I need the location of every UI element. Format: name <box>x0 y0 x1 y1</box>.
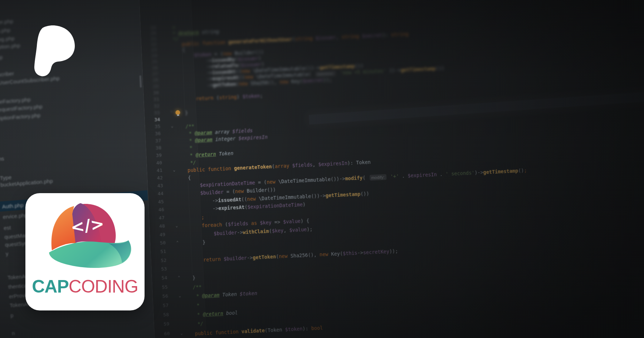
code-token-pln: -> <box>237 229 243 235</box>
fold-expand-icon[interactable]: ⌄ <box>174 223 179 228</box>
line-number: 23 <box>145 47 157 53</box>
code-token-cls: \DateTimeImmutable <box>278 176 331 185</box>
code-token-dtag: @return <box>203 310 224 317</box>
line-number: 32 <box>147 103 160 109</box>
code-editor[interactable]: 19 *20 * @return string21 */22 public fu… <box>139 0 644 338</box>
line-number: 49 <box>153 232 166 238</box>
code-line: /** <box>181 283 202 292</box>
line-number: 59 <box>157 321 170 327</box>
code-token-var: $value <box>283 218 301 225</box>
fold-collapse-icon[interactable]: ⌃ <box>176 275 182 280</box>
code-token-pln <box>183 330 195 337</box>
fold-expand-icon[interactable]: ⌄ <box>177 293 182 298</box>
code-token-dvar: $expiresIn <box>238 134 268 141</box>
fold-collapse-icon[interactable]: ⌃ <box>169 110 174 115</box>
code-token-dtyp: integer <box>212 136 239 142</box>
line-number: 22 <box>144 41 157 48</box>
code-token-doc: * <box>182 311 203 318</box>
code-token-smc: ; <box>201 214 204 220</box>
line-number: 53 <box>155 266 167 272</box>
code-token-doc: /** <box>181 284 202 290</box>
code-token-call: getTimestamp <box>483 168 518 175</box>
code-token-pln: ())-> <box>331 176 345 182</box>
code-token-pln: ) <box>303 201 306 207</box>
capcoding-word-cap: CAP <box>32 276 69 297</box>
code-token-kw: as <box>251 220 257 226</box>
code-token-dtag: @return <box>195 151 216 158</box>
code-token-call: withClaim <box>243 228 269 235</box>
sidebar-item-n[interactable]: n <box>11 330 15 338</box>
sidebar-item-tings-php[interactable]: tings.php <box>0 27 11 36</box>
code-token-kw: public function <box>195 329 242 337</box>
line-number: 34 <box>148 117 160 123</box>
code-token-var: $token <box>285 326 302 332</box>
code-token-mth: getToken <box>213 81 236 88</box>
code-line: */ <box>183 320 204 329</box>
code-token-pln: ))-> <box>386 67 401 74</box>
code-token-dtyp: Token <box>216 150 233 157</box>
code-token-pln: , <box>283 227 289 233</box>
code-token-var: $secret <box>362 32 382 39</box>
code-token-smc: ; <box>524 167 527 173</box>
code-token-cls: Sha256 <box>291 252 308 259</box>
code-token-pln: , <box>312 161 318 167</box>
code-token-kw: foreach <box>201 222 222 229</box>
code-token-mth: issuedAt <box>218 196 241 203</box>
code-token-kw: new <box>267 179 275 185</box>
sidebar-item-ervice-php[interactable]: ervice.php <box>3 212 28 222</box>
fold-expand-icon[interactable]: ⌄ <box>171 167 177 172</box>
code-token-dtyp: bool <box>223 310 238 316</box>
line-number: 20 <box>144 30 156 36</box>
code-token-cls: Key <box>291 78 300 84</box>
fold-expand-icon[interactable]: ⌄ <box>179 331 184 336</box>
code-token-dvar: $fields <box>232 128 253 134</box>
code-token-dtag: @return <box>178 29 199 36</box>
code-token-var: $token <box>242 93 260 99</box>
code-token-cls: Builder <box>247 187 267 194</box>
sidebar-item-scription-php[interactable]: scription.php <box>0 42 20 52</box>
line-number: 33 <box>147 110 160 116</box>
code-token-pln: () <box>518 168 524 174</box>
code-token-mth: expiresAt <box>218 204 245 211</box>
code-token-dtyp: string <box>199 29 219 35</box>
code-token-doc: /** <box>174 123 195 130</box>
capcoding-logo-card: </> CAPCODING <box>25 193 145 310</box>
line-number: 39 <box>149 152 162 158</box>
sidebar-item-t-php[interactable]: t.php <box>0 54 3 63</box>
sidebar-item-ounter-php[interactable]: ounter.php <box>0 18 14 28</box>
sidebar-item-p[interactable]: p <box>10 312 14 320</box>
code-token-var: $builder <box>224 255 247 262</box>
code-token-doc: * <box>175 145 192 151</box>
line-number: 26 <box>145 65 158 71</box>
line-number: 36 <box>148 131 161 137</box>
code-token-pln: ) { <box>301 218 309 224</box>
code-token-pln: } <box>181 275 195 281</box>
code-line: return $builder->getToken(new Sha256(), … <box>180 247 398 265</box>
code-token-dvar: $token <box>240 290 257 297</box>
sidebar-scrollbar-thumb[interactable] <box>140 75 142 88</box>
code-token-doc: */ <box>183 321 204 328</box>
code-token-pln: . <box>399 173 408 179</box>
sidebar-item-ns[interactable]: ns <box>0 155 4 163</box>
fold-expand-icon[interactable]: ⌄ <box>170 124 175 129</box>
line-number: 43 <box>151 183 163 189</box>
code-token-pln: ): <box>347 160 356 166</box>
code-slash-icon: </> <box>70 214 106 237</box>
line-number: 44 <box>151 191 164 197</box>
sidebar-item-est[interactable]: est <box>4 224 11 232</box>
sidebar-item-y[interactable]: y <box>5 250 9 259</box>
line-number: 31 <box>147 97 159 103</box>
code-token-kw: new <box>239 80 248 87</box>
code-token-var: $fields <box>292 162 313 168</box>
code-token-call: getTimestamp <box>326 191 361 198</box>
line-number: 58 <box>157 312 169 318</box>
fold-collapse-icon[interactable]: ⌃ <box>175 240 180 245</box>
sidebar-item-questsyn[interactable]: questSyn <box>5 240 28 250</box>
code-token-var: $expiresIn <box>408 172 437 179</box>
sidebar-item-auth-php[interactable]: Auth.php <box>2 202 24 212</box>
line-number: 47 <box>152 215 165 221</box>
capcoding-word-coding: CODING <box>69 276 138 297</box>
code-token-dtag: @param <box>195 129 212 136</box>
line-number: 50 <box>153 240 166 246</box>
code-token-pln: = ( <box>223 188 235 195</box>
